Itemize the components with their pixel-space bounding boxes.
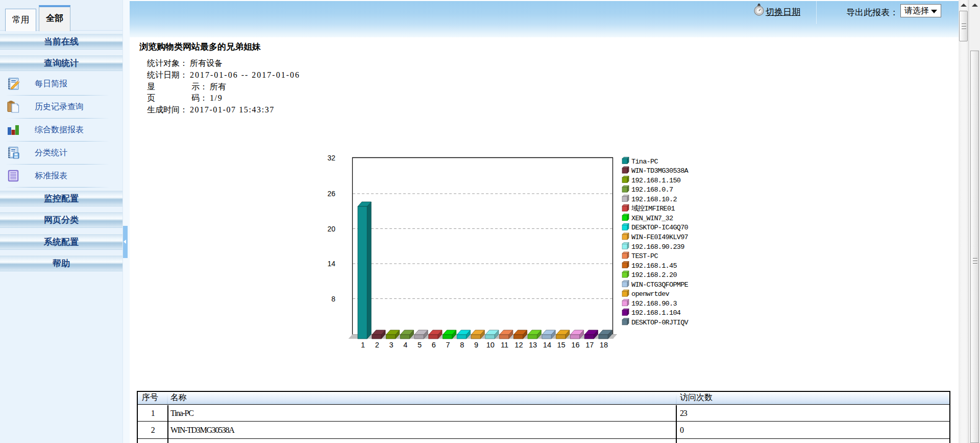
svg-text:8: 8	[331, 295, 335, 303]
svg-text:9: 9	[474, 341, 478, 349]
svg-text:13: 13	[529, 341, 537, 349]
svg-text:14: 14	[327, 260, 335, 268]
svg-text:26: 26	[327, 190, 335, 198]
svg-text:WIN-TD3MG30538A: WIN-TD3MG30538A	[631, 167, 689, 175]
svg-text:20: 20	[327, 225, 335, 233]
svg-text:15: 15	[557, 341, 566, 349]
svg-text:8: 8	[460, 341, 464, 349]
svg-text:DESKTOP-IC4GQ70: DESKTOP-IC4GQ70	[631, 224, 689, 231]
svg-text:192.168.90.239: 192.168.90.239	[631, 243, 684, 251]
svg-text:192.168.10.2: 192.168.10.2	[631, 196, 677, 203]
svg-text:2: 2	[375, 341, 379, 349]
svg-text:XEN_WIN7_32: XEN_WIN7_32	[631, 215, 673, 222]
svg-text:openwrtdev: openwrtdev	[631, 290, 670, 298]
svg-text:192.168.1.150: 192.168.1.150	[631, 177, 681, 184]
svg-text:192.168.0.7: 192.168.0.7	[631, 186, 673, 194]
svg-text:5: 5	[418, 341, 422, 349]
svg-text:17: 17	[585, 341, 594, 349]
svg-text:18: 18	[600, 341, 608, 349]
svg-text:14: 14	[543, 341, 551, 349]
svg-text:1: 1	[361, 341, 365, 349]
svg-text:WIN-FE0I49KLV97: WIN-FE0I49KLV97	[631, 234, 689, 241]
svg-text:192.168.90.3: 192.168.90.3	[631, 300, 677, 308]
svg-text:192.168.1.104: 192.168.1.104	[631, 309, 681, 317]
svg-text:WIN-CTG3QFOPMPE: WIN-CTG3QFOPMPE	[631, 281, 689, 289]
svg-text:11: 11	[501, 341, 508, 349]
svg-text:TEST-PC: TEST-PC	[631, 252, 658, 260]
svg-text:10: 10	[486, 341, 495, 349]
svg-text:192.168.1.45: 192.168.1.45	[631, 262, 677, 270]
svg-text:7: 7	[446, 341, 450, 349]
svg-text:12: 12	[514, 341, 523, 349]
svg-text:3: 3	[389, 341, 393, 349]
svg-text:192.168.2.20: 192.168.2.20	[631, 271, 677, 279]
svg-text:4: 4	[403, 341, 407, 349]
svg-text:32: 32	[327, 154, 335, 162]
svg-text:6: 6	[432, 341, 436, 349]
svg-text:DESKTOP-0RJTIQV: DESKTOP-0RJTIQV	[631, 319, 689, 327]
svg-text:16: 16	[571, 341, 579, 349]
svg-text:Tina-PC: Tina-PC	[631, 158, 658, 166]
svg-text:域控IMFIRE01: 域控IMFIRE01	[631, 204, 675, 213]
